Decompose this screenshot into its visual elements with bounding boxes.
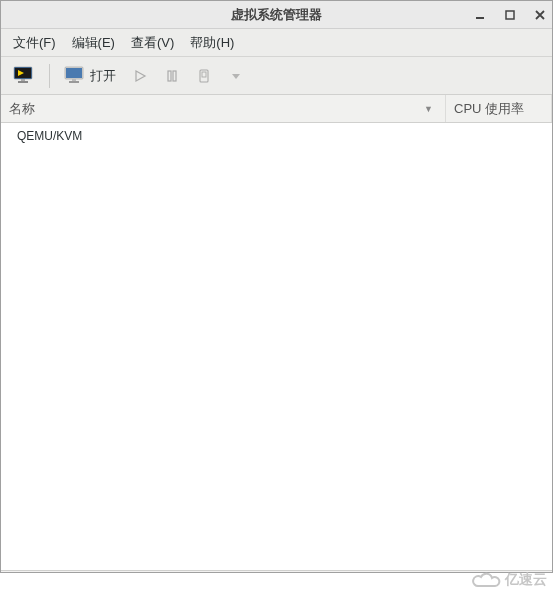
menu-edit[interactable]: 编辑(E) xyxy=(66,31,121,55)
monitor-new-icon xyxy=(13,66,35,86)
svg-marker-16 xyxy=(232,74,240,79)
toolbar: 打开 xyxy=(1,57,552,95)
monitor-icon xyxy=(64,66,86,86)
chevron-down-icon xyxy=(231,71,241,81)
run-vm-button[interactable] xyxy=(126,62,154,90)
sort-indicator-icon: ▼ xyxy=(424,104,433,114)
close-button[interactable] xyxy=(532,7,548,23)
shutdown-icon xyxy=(197,68,211,84)
toolbar-separator xyxy=(49,64,50,88)
list-item-label: QEMU/KVM xyxy=(17,129,82,143)
minimize-button[interactable] xyxy=(472,7,488,23)
play-icon xyxy=(133,69,147,83)
open-vm-label: 打开 xyxy=(90,67,116,85)
pause-vm-button[interactable] xyxy=(158,62,186,90)
column-header-cpu[interactable]: CPU 使用率 xyxy=(446,95,552,122)
svg-rect-0 xyxy=(476,17,484,19)
application-window: 虚拟系统管理器 文件(F) 编辑(E) 查看(V) 帮助(H) xyxy=(0,0,553,573)
shutdown-vm-button[interactable] xyxy=(190,62,218,90)
svg-rect-8 xyxy=(66,68,82,78)
column-header-name[interactable]: 名称 ▼ xyxy=(1,95,446,122)
column-name-label: 名称 xyxy=(9,100,35,118)
svg-rect-1 xyxy=(506,11,514,19)
watermark-text: 亿速云 xyxy=(505,571,547,589)
window-title: 虚拟系统管理器 xyxy=(1,6,552,24)
shutdown-menu-button[interactable] xyxy=(222,62,250,90)
svg-marker-11 xyxy=(136,71,145,81)
svg-rect-15 xyxy=(202,72,206,77)
column-cpu-label: CPU 使用率 xyxy=(454,100,524,118)
titlebar: 虚拟系统管理器 xyxy=(1,1,552,29)
menu-file[interactable]: 文件(F) xyxy=(7,31,62,55)
cloud-icon xyxy=(472,571,502,589)
menu-view[interactable]: 查看(V) xyxy=(125,31,180,55)
close-icon xyxy=(535,10,545,20)
list-item[interactable]: QEMU/KVM xyxy=(1,123,552,149)
minimize-icon xyxy=(475,10,485,20)
pause-icon xyxy=(165,69,179,83)
menu-help[interactable]: 帮助(H) xyxy=(184,31,240,55)
svg-rect-12 xyxy=(168,71,171,81)
svg-rect-10 xyxy=(69,81,79,83)
new-vm-button[interactable] xyxy=(7,62,41,90)
columns-header: 名称 ▼ CPU 使用率 xyxy=(1,95,552,123)
vm-list-area: QEMU/KVM xyxy=(1,123,552,571)
open-vm-button[interactable]: 打开 xyxy=(58,62,122,90)
svg-rect-13 xyxy=(173,71,176,81)
svg-rect-6 xyxy=(18,81,28,83)
window-controls xyxy=(472,7,548,23)
maximize-button[interactable] xyxy=(502,7,518,23)
menubar: 文件(F) 编辑(E) 查看(V) 帮助(H) xyxy=(1,29,552,57)
watermark: 亿速云 xyxy=(472,571,547,589)
svg-rect-9 xyxy=(72,79,76,81)
maximize-icon xyxy=(505,10,515,20)
svg-rect-5 xyxy=(21,79,25,81)
